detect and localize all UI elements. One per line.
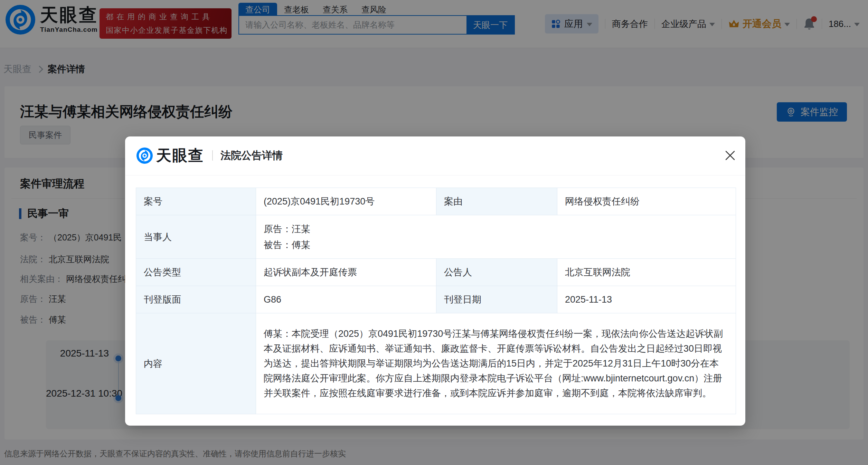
announcement-table: 案号 (2025)京0491民初19730号 案由 网络侵权责任纠纷 当事人 原… [136,188,736,414]
announcement-type-label: 公告类型 [136,259,256,286]
party-defendant: 被告：傅某 [264,237,728,253]
divider [125,175,745,175]
table-row: 公告类型 起诉状副本及开庭传票 公告人 北京互联网法院 [136,259,736,286]
modal-brand: 天眼查 [156,145,204,166]
table-row: 内容 傅某：本院受理（2025）京0491民初19730号汪某与傅某网络侵权责任… [136,313,736,414]
modal-close-button[interactable] [723,148,738,163]
tianyancha-swirl-icon [136,148,153,164]
case-number-label: 案号 [136,188,256,215]
announcer-label: 公告人 [436,259,557,286]
cause-value: 网络侵权责任纠纷 [557,188,736,215]
divider [212,150,213,161]
court-announcement-modal: 天眼查 法院公告详情 案号 (2025)京0491民初19730号 案由 网络侵… [125,136,745,426]
modal-title: 法院公告详情 [220,149,283,163]
publication-date-value: 2025-11-13 [557,286,736,313]
publication-page-value: G86 [256,286,436,313]
party-plaintiff: 原告：汪某 [264,221,728,237]
modal-header: 天眼查 法院公告详情 [136,148,283,163]
party-label: 当事人 [136,215,256,259]
cause-label: 案由 [436,188,557,215]
party-value: 原告：汪某 被告：傅某 [256,215,736,259]
case-number-value: (2025)京0491民初19730号 [256,188,436,215]
announcement-type-value: 起诉状副本及开庭传票 [256,259,436,286]
publication-page-label: 刊登版面 [136,286,256,313]
table-row: 当事人 原告：汪某 被告：傅某 [136,215,736,259]
table-row: 刊登版面 G86 刊登日期 2025-11-13 [136,286,736,313]
content-label: 内容 [136,313,256,414]
close-icon [723,148,738,163]
publication-date-label: 刊登日期 [436,286,557,313]
table-row: 案号 (2025)京0491民初19730号 案由 网络侵权责任纠纷 [136,188,736,215]
announcer-value: 北京互联网法院 [557,259,736,286]
content-value: 傅某：本院受理（2025）京0491民初19730号汪某与傅某网络侵权责任纠纷一… [256,313,736,414]
